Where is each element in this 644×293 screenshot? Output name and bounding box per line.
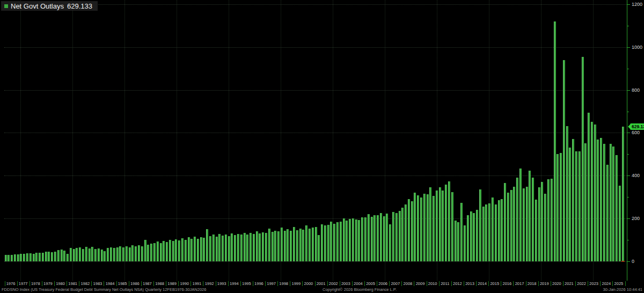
outlays-bar[interactable] (309, 229, 311, 261)
outlays-bar[interactable] (445, 185, 447, 261)
outlays-bar[interactable] (597, 140, 599, 261)
outlays-bar[interactable] (101, 250, 103, 261)
outlays-bar[interactable] (479, 189, 481, 261)
outlays-bar[interactable] (470, 211, 472, 261)
outlays-bar[interactable] (330, 222, 332, 261)
outlays-bar[interactable] (312, 228, 314, 261)
outlays-bar[interactable] (76, 248, 78, 261)
outlays-bar[interactable] (346, 221, 348, 261)
x-axis-year-label[interactable]: 1993 (217, 282, 226, 286)
outlays-bar[interactable] (194, 237, 196, 261)
x-axis-year-label[interactable]: 1992 (205, 282, 214, 286)
outlays-bar[interactable] (48, 252, 50, 261)
outlays-bar[interactable] (392, 212, 394, 261)
outlays-bar[interactable] (396, 213, 398, 261)
outlays-bar[interactable] (501, 199, 503, 261)
x-axis-year-label[interactable]: 2024 (602, 282, 611, 286)
outlays-bar[interactable] (557, 154, 559, 261)
x-axis-year-label[interactable]: 2012 (453, 282, 462, 286)
outlays-bar[interactable] (218, 234, 221, 261)
outlays-bar[interactable] (427, 194, 429, 261)
outlays-bar[interactable] (442, 191, 444, 261)
outlays-bar[interactable] (451, 192, 453, 261)
outlays-bar[interactable] (119, 246, 121, 261)
outlays-bar[interactable] (45, 252, 47, 261)
outlays-bar[interactable] (67, 254, 69, 261)
outlays-bar[interactable] (420, 197, 422, 261)
outlays-bar[interactable] (436, 191, 438, 261)
outlays-bar[interactable] (327, 225, 330, 261)
outlays-bar[interactable] (51, 252, 53, 261)
x-axis-year-label[interactable]: 1991 (193, 282, 202, 286)
outlays-bar[interactable] (116, 247, 119, 261)
outlays-bar[interactable] (606, 165, 609, 261)
outlays-bar[interactable] (185, 240, 187, 261)
outlays-bar[interactable] (619, 186, 621, 261)
outlays-bar[interactable] (519, 169, 522, 261)
outlays-bar[interactable] (408, 199, 410, 261)
outlays-bar[interactable] (349, 219, 351, 261)
outlays-bar[interactable] (122, 247, 125, 261)
outlays-bar[interactable] (222, 236, 224, 261)
outlays-bar[interactable] (541, 182, 543, 261)
outlays-bar[interactable] (157, 241, 159, 261)
x-axis-year-label[interactable]: 1999 (291, 282, 301, 286)
outlays-bar[interactable] (340, 222, 342, 261)
outlays-bar[interactable] (290, 231, 292, 261)
x-axis-year-label[interactable]: 1976 (6, 282, 16, 286)
outlays-bar[interactable] (305, 225, 308, 261)
outlays-bar[interactable] (352, 218, 354, 261)
x-axis-year-label[interactable]: 2021 (565, 282, 574, 286)
outlays-bar[interactable] (523, 188, 525, 261)
outlays-bar[interactable] (147, 245, 149, 261)
outlays-bar[interactable] (73, 249, 75, 261)
outlays-bar[interactable] (575, 151, 577, 261)
x-axis-year-label[interactable]: 2009 (416, 282, 425, 286)
outlays-bar[interactable] (374, 215, 376, 261)
outlays-bar[interactable] (188, 237, 190, 261)
outlays-bar[interactable] (169, 240, 171, 261)
outlays-bar[interactable] (507, 193, 509, 261)
outlays-bar[interactable] (380, 213, 382, 261)
outlays-bar[interactable] (272, 232, 274, 261)
outlays-bar[interactable] (79, 247, 81, 261)
outlays-bar[interactable] (544, 194, 546, 261)
outlays-bar[interactable] (405, 204, 407, 261)
outlays-bar[interactable] (603, 144, 605, 261)
outlays-bar[interactable] (423, 194, 426, 261)
outlays-bar[interactable] (600, 138, 602, 261)
outlays-bar[interactable] (371, 217, 373, 261)
x-axis-year-label[interactable]: 1979 (43, 282, 53, 286)
outlays-bar[interactable] (560, 153, 562, 261)
outlays-bar[interactable] (584, 143, 587, 261)
x-axis-year-label[interactable]: 2023 (589, 282, 598, 286)
outlays-bar[interactable] (610, 144, 612, 261)
outlays-bar[interactable] (495, 204, 497, 261)
outlays-bar[interactable] (203, 238, 205, 261)
x-axis-year-label[interactable]: 2007 (391, 282, 400, 286)
x-axis-year-label[interactable]: 2025 (614, 282, 624, 286)
outlays-bar[interactable] (532, 178, 534, 261)
x-axis-year-label[interactable]: 1984 (106, 282, 115, 286)
outlays-bar[interactable] (200, 237, 202, 261)
outlays-bar[interactable] (268, 229, 270, 261)
outlays-bar[interactable] (588, 113, 590, 261)
outlays-bar[interactable] (26, 253, 28, 261)
outlays-bar[interactable] (110, 247, 112, 261)
outlays-bar[interactable] (287, 229, 289, 261)
outlays-bar[interactable] (240, 235, 243, 261)
x-axis-year-label[interactable]: 2020 (552, 282, 561, 286)
outlays-bar[interactable] (299, 229, 302, 261)
outlays-bar[interactable] (191, 239, 193, 261)
outlays-bar[interactable] (389, 224, 391, 261)
outlays-bar[interactable] (135, 246, 137, 261)
x-axis-year-label[interactable]: 1983 (93, 282, 103, 286)
outlays-bar[interactable] (591, 122, 593, 261)
outlays-bar[interactable] (364, 217, 367, 261)
outlays-bar[interactable] (377, 215, 379, 261)
outlays-bar[interactable] (457, 222, 459, 261)
outlays-bar[interactable] (63, 251, 65, 261)
outlays-bar[interactable] (107, 248, 109, 261)
outlays-bar[interactable] (181, 238, 184, 261)
x-axis-year-label[interactable]: 1981 (68, 282, 77, 286)
